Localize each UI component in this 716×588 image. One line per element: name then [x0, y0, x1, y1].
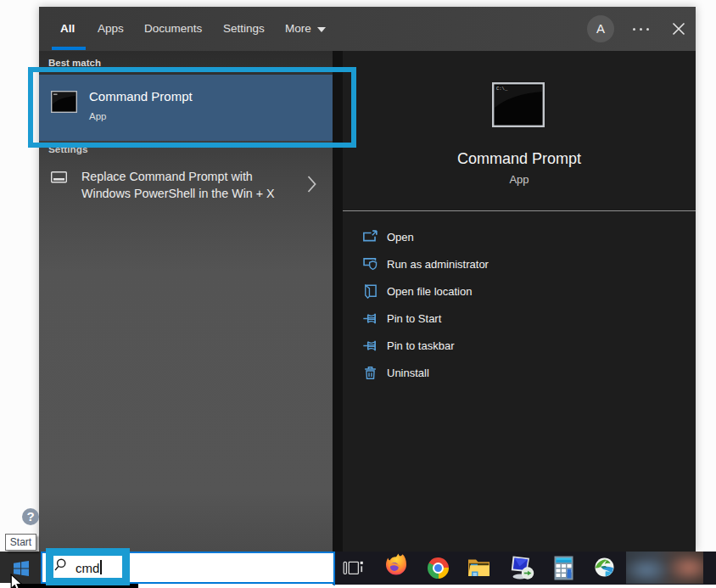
svg-text:C:\_: C:\_: [496, 86, 508, 92]
